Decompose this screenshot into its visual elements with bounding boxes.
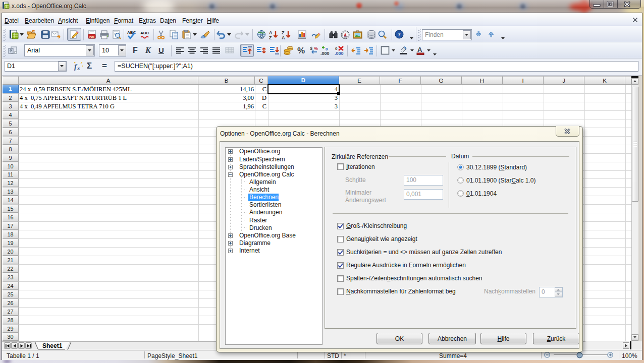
svg-text:x: x — [77, 65, 80, 71]
svg-text:ABC: ABC — [127, 30, 136, 35]
svg-text:A: A — [282, 35, 285, 40]
svg-text:A: A — [417, 46, 422, 53]
svg-text:?: ? — [398, 31, 401, 37]
svg-text:.000: .000 — [335, 51, 344, 56]
svg-text:0: 0 — [335, 46, 338, 51]
svg-text:PDF: PDF — [89, 35, 95, 38]
svg-text:Z: Z — [282, 30, 285, 35]
svg-text:Z: Z — [269, 35, 272, 40]
svg-text:.000: .000 — [320, 51, 330, 56]
svg-text:$: $ — [310, 46, 312, 51]
svg-text:A: A — [269, 30, 273, 35]
svg-text:%: % — [314, 46, 318, 51]
svg-text:ABC: ABC — [140, 31, 149, 35]
